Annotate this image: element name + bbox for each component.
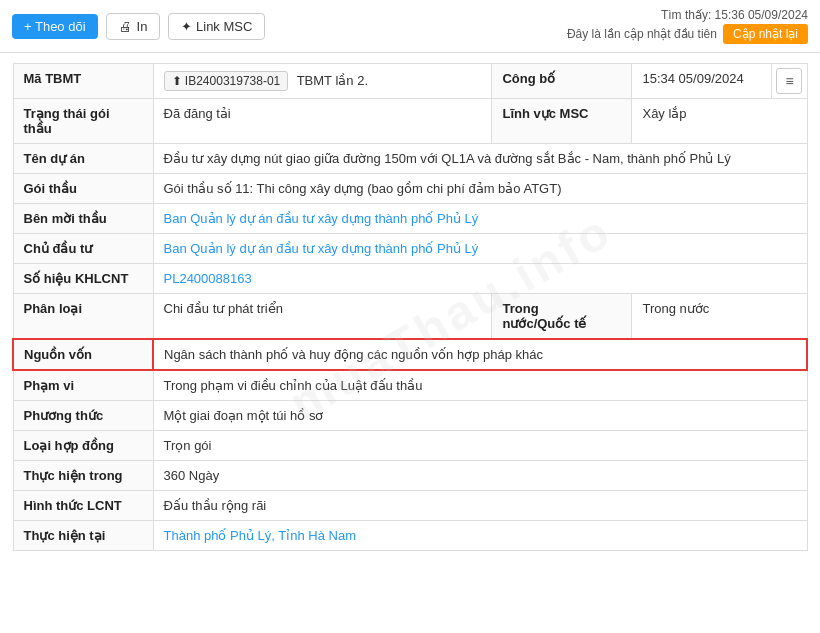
menu-icon-cell[interactable]: ≡ bbox=[772, 64, 807, 99]
linh-vuc-label: Lĩnh vực MSC bbox=[492, 99, 632, 144]
table-row-trang-thai: Trạng thái góithầu Đã đăng tải Lĩnh vực … bbox=[13, 99, 807, 144]
table-row-ben-moi-thau: Bên mời thầu Ban Quản lý dự án đầu tư xâ… bbox=[13, 204, 807, 234]
phan-loai-label: Phân loại bbox=[13, 294, 153, 340]
trang-thai-label: Trạng thái góithầu bbox=[13, 99, 153, 144]
table-row-ten-du-an: Tên dự án Đầu tư xây dựng nút giao giữa … bbox=[13, 144, 807, 174]
cap-nhat-button[interactable]: Cập nhật lại bbox=[723, 24, 808, 44]
theo-doi-button[interactable]: + Theo dõi bbox=[12, 14, 98, 39]
nguon-von-label: Nguồn vốn bbox=[13, 339, 153, 370]
tbmt-code-badge: ⬆ IB2400319738-01 bbox=[164, 71, 289, 91]
trang-thai-value: Đã đăng tải bbox=[153, 99, 492, 144]
table-row-thuc-hien-tai: Thực hiện tại Thành phố Phủ Lý, Tỉnh Hà … bbox=[13, 521, 807, 551]
cong-bo-label: Công bố bbox=[492, 64, 632, 99]
table-row-so-hieu: Số hiệu KHLCNT PL2400088163 bbox=[13, 264, 807, 294]
top-bar: + Theo dõi 🖨 In ✦ Link MSC Tìm thấy: 15:… bbox=[0, 0, 820, 53]
table-row-thuc-hien-trong: Thực hiện trong 360 Ngày bbox=[13, 461, 807, 491]
linh-vuc-value: Xây lắp bbox=[632, 99, 807, 144]
thuc-hien-trong-value: 360 Ngày bbox=[153, 461, 807, 491]
loai-hop-dong-label: Loại hợp đồng bbox=[13, 431, 153, 461]
pham-vi-value: Trong phạm vi điều chỉnh của Luật đấu th… bbox=[153, 370, 807, 401]
table-row-nguon-von: Nguồn vốn Ngân sách thành phố và huy độn… bbox=[13, 339, 807, 370]
trong-nuoc-value: Trong nước bbox=[632, 294, 807, 340]
goi-thau-label: Gói thầu bbox=[13, 174, 153, 204]
trong-nuoc-label: Trongnước/Quốc tế bbox=[492, 294, 632, 340]
thuc-hien-tai-link[interactable]: Thành phố Phủ Lý, Tỉnh Hà Nam bbox=[164, 528, 356, 543]
cap-nhat-row: Đây là lần cập nhật đầu tiên Cập nhật lạ… bbox=[567, 24, 808, 44]
menu-icon[interactable]: ≡ bbox=[776, 68, 802, 94]
table-row-chu-dau-tu: Chủ đầu tư Ban Quản lý dự án đầu tư xây … bbox=[13, 234, 807, 264]
table-row-phuong-thuc: Phương thức Một giai đoạn một túi hồ sơ bbox=[13, 401, 807, 431]
ben-moi-thau-label: Bên mời thầu bbox=[13, 204, 153, 234]
update-info: Tìm thấy: 15:36 05/09/2024 Đây là lần cậ… bbox=[567, 8, 808, 44]
link-msc-button[interactable]: ✦ Link MSC bbox=[168, 13, 265, 40]
cong-bo-value: 15:34 05/09/2024 bbox=[632, 64, 772, 99]
chu-dau-tu-link[interactable]: Ban Quản lý dự án đầu tư xây dựng thành … bbox=[164, 241, 479, 256]
upload-icon: ⬆ bbox=[172, 74, 182, 88]
cap-nhat-note: Đây là lần cập nhật đầu tiên bbox=[567, 27, 717, 41]
table-row-pham-vi: Phạm vi Trong phạm vi điều chỉnh của Luậ… bbox=[13, 370, 807, 401]
hinh-thuc-lcnt-value: Đấu thầu rộng rãi bbox=[153, 491, 807, 521]
loai-hop-dong-value: Trọn gói bbox=[153, 431, 807, 461]
ten-du-an-value: Đầu tư xây dựng nút giao giữa đường 150m… bbox=[153, 144, 807, 174]
thuc-hien-tai-value: Thành phố Phủ Lý, Tỉnh Hà Nam bbox=[153, 521, 807, 551]
pham-vi-label: Phạm vi bbox=[13, 370, 153, 401]
tim-thay-text: Tìm thấy: 15:36 05/09/2024 bbox=[567, 8, 808, 22]
info-table: Mã TBMT ⬆ IB2400319738-01 TBMT lần 2. Cô… bbox=[12, 63, 808, 551]
toolbar: + Theo dõi 🖨 In ✦ Link MSC bbox=[12, 13, 265, 40]
in-button[interactable]: 🖨 In bbox=[106, 13, 161, 40]
chu-dau-tu-label: Chủ đầu tư bbox=[13, 234, 153, 264]
ben-moi-thau-value: Ban Quản lý dự án đầu tư xây dựng thành … bbox=[153, 204, 807, 234]
table-row-phan-loai: Phân loại Chi đầu tư phát triển Trongnướ… bbox=[13, 294, 807, 340]
thuc-hien-trong-label: Thực hiện trong bbox=[13, 461, 153, 491]
goi-thau-value: Gói thầu số 11: Thi công xây dựng (bao g… bbox=[153, 174, 807, 204]
print-icon: 🖨 bbox=[119, 19, 132, 34]
phan-loai-value: Chi đầu tư phát triển bbox=[153, 294, 492, 340]
ma-tbmt-label: Mã TBMT bbox=[13, 64, 153, 99]
table-row-goi-thau: Gói thầu Gói thầu số 11: Thi công xây dự… bbox=[13, 174, 807, 204]
nguon-von-value: Ngân sách thành phố và huy động các nguồ… bbox=[153, 339, 807, 370]
chu-dau-tu-value: Ban Quản lý dự án đầu tư xây dựng thành … bbox=[153, 234, 807, 264]
ten-du-an-label: Tên dự án bbox=[13, 144, 153, 174]
so-hieu-value: PL2400088163 bbox=[153, 264, 807, 294]
ma-tbmt-value: ⬆ IB2400319738-01 TBMT lần 2. bbox=[153, 64, 492, 99]
main-content: Mã TBMT ⬆ IB2400319738-01 TBMT lần 2. Cô… bbox=[0, 53, 820, 561]
so-hieu-link[interactable]: PL2400088163 bbox=[164, 271, 252, 286]
table-row-loai-hop-dong: Loại hợp đồng Trọn gói bbox=[13, 431, 807, 461]
thuc-hien-tai-label: Thực hiện tại bbox=[13, 521, 153, 551]
table-row-hinh-thuc-lcnt: Hình thức LCNT Đấu thầu rộng rãi bbox=[13, 491, 807, 521]
so-hieu-label: Số hiệu KHLCNT bbox=[13, 264, 153, 294]
table-row-ma-tbmt: Mã TBMT ⬆ IB2400319738-01 TBMT lần 2. Cô… bbox=[13, 64, 807, 99]
phuong-thuc-label: Phương thức bbox=[13, 401, 153, 431]
ben-moi-thau-link[interactable]: Ban Quản lý dự án đầu tư xây dựng thành … bbox=[164, 211, 479, 226]
hinh-thuc-lcnt-label: Hình thức LCNT bbox=[13, 491, 153, 521]
phuong-thuc-value: Một giai đoạn một túi hồ sơ bbox=[153, 401, 807, 431]
